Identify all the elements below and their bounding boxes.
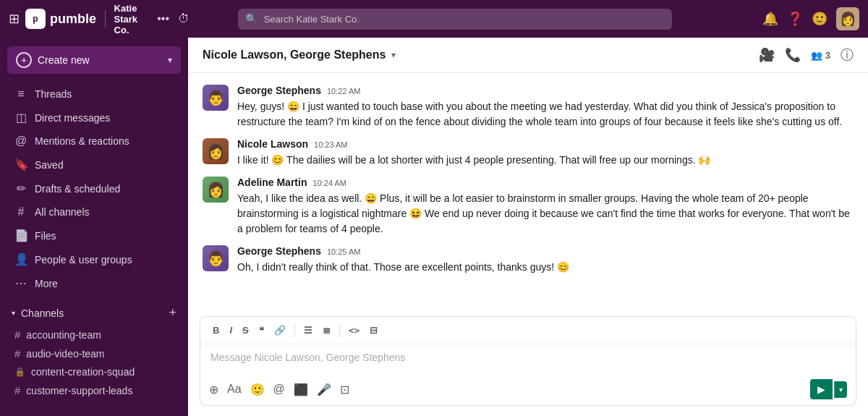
sidebar-item-files[interactable]: 📄 Files	[3, 224, 185, 247]
channel-item-audio-video-team[interactable]: # audio-video-team	[3, 344, 185, 362]
direct-messages-icon: ◫	[14, 111, 27, 124]
chat-title-chevron-icon[interactable]: ▾	[391, 50, 396, 60]
sidebar-item-people-label: People & user groups	[35, 254, 132, 266]
all-channels-icon: #	[14, 205, 27, 218]
sidebar-item-threads[interactable]: ≡ Threads	[3, 83, 185, 105]
message-time: 10:22 AM	[327, 87, 360, 95]
create-new-chevron-icon: ▾	[168, 55, 172, 65]
channel-item-customer-support-leads[interactable]: # customer-support-leads	[3, 381, 185, 399]
more-icon: ⋯	[14, 276, 27, 290]
add-icon[interactable]: ⊕	[209, 383, 218, 396]
drafts-icon: ✏	[14, 182, 27, 195]
sidebar-item-direct-messages[interactable]: ◫ Direct messages	[3, 106, 185, 129]
message-content: George Stephens 10:22 AM Hey, guys! 😄 I …	[237, 85, 854, 130]
members-button[interactable]: 👥 3	[811, 50, 830, 61]
channel-name: accounting-team	[26, 329, 101, 341]
emoji-icon[interactable]: 🙂	[812, 11, 827, 27]
sidebar-item-drafts[interactable]: ✏ Drafts & scheduled	[3, 177, 185, 200]
compose-bottom-left: ⊕ Aa 🙂 @ ⬛ 🎤 ⊡	[209, 383, 349, 396]
chat-area: Nicole Lawson, George Stephens ▾ 🎥 📞 👥 3…	[188, 38, 868, 416]
message-header: Nicole Lawson 10:23 AM	[237, 138, 854, 150]
quote-button[interactable]: ❝	[255, 323, 268, 338]
sidebar-item-more[interactable]: ⋯ More	[3, 272, 185, 294]
bullet-list-button[interactable]: ☰	[300, 323, 316, 338]
code-button[interactable]: <>	[345, 323, 364, 338]
message-content: Adeline Martin 10:24 AM Yeah, I like the…	[237, 177, 854, 237]
send-button[interactable]: ▶	[810, 379, 833, 399]
message-group: 👩 Nicole Lawson 10:23 AM I like it! 😊 Th…	[203, 138, 854, 168]
message-time: 10:25 AM	[327, 247, 360, 256]
history-icon[interactable]: ⏱	[178, 12, 190, 25]
files-icon: 📄	[14, 229, 27, 242]
threads-icon: ≡	[14, 88, 27, 101]
italic-button[interactable]: I	[226, 323, 236, 338]
add-channel-icon[interactable]: +	[169, 305, 176, 321]
compose-input[interactable]: Message Nicole Lawson, George Stephens	[200, 344, 856, 373]
channels-section-header[interactable]: ▾ Channels +	[0, 301, 188, 325]
channel-hash-icon: #	[14, 384, 20, 396]
workspace-name[interactable]: Katie Stark Co.	[114, 3, 152, 35]
compose-area: B I S ❝ 🔗 ☰ ≣ <> ⊟ Message Nicole Lawson…	[200, 316, 856, 406]
mention-icon[interactable]: @	[273, 383, 285, 396]
topbar-right: 🔔 ❓ 🙂 👩	[762, 7, 859, 30]
avatar: 👩	[203, 177, 229, 203]
messages-area: 👨 George Stephens 10:22 AM Hey, guys! 😄 …	[188, 73, 868, 309]
channel-lock-icon: 🔒	[14, 367, 25, 377]
create-new-icon: +	[16, 52, 32, 68]
code-block-button[interactable]: ⊟	[366, 323, 381, 338]
ordered-list-button[interactable]: ≣	[319, 323, 334, 338]
bell-icon[interactable]: 🔔	[762, 11, 778, 27]
members-icon: 👥	[811, 50, 822, 61]
message-author: Adeline Martin	[237, 177, 307, 188]
channel-item-content-creation-squad[interactable]: 🔒 content-creation-squad	[3, 363, 185, 381]
sidebar-item-people[interactable]: 👤 People & user groups	[3, 248, 185, 271]
channels-collapse-icon: ▾	[12, 309, 15, 317]
create-new-button[interactable]: + Create new ▾	[7, 46, 181, 74]
compose-placeholder: Message Nicole Lawson, George Stephens	[210, 352, 405, 363]
channel-item-accounting-team[interactable]: # accounting-team	[3, 326, 185, 344]
topbar-left: ⊞ p pumble Katie Stark Co. ••• ⏱	[9, 3, 190, 35]
voice-icon[interactable]: 🎤	[317, 383, 331, 396]
avatar: 👩	[203, 138, 229, 164]
bold-button[interactable]: B	[209, 323, 223, 338]
search-input[interactable]	[238, 9, 672, 30]
info-icon[interactable]: ⓘ	[841, 46, 854, 64]
link-button[interactable]: 🔗	[271, 323, 289, 338]
topbar: ⊞ p pumble Katie Stark Co. ••• ⏱ 🔍 🔔 ❓ 🙂…	[0, 0, 868, 38]
avatar: 👨	[203, 85, 229, 111]
grid-icon[interactable]: ⊞	[9, 11, 20, 27]
logo-text: pumble	[50, 12, 96, 27]
message-group: 👨 George Stephens 10:22 AM Hey, guys! 😄 …	[203, 85, 854, 130]
message-text: Yeah, I like the idea as well. 😄 Plus, i…	[237, 191, 854, 237]
help-icon[interactable]: ❓	[787, 11, 803, 27]
strikethrough-button[interactable]: S	[239, 323, 252, 338]
sidebar-item-saved[interactable]: 🔖 Saved	[3, 153, 185, 176]
workspace-more-button[interactable]: •••	[157, 12, 169, 25]
compose-bottom: ⊕ Aa 🙂 @ ⬛ 🎤 ⊡ ▶ ▾	[200, 373, 856, 405]
topbar-divider	[105, 10, 106, 27]
screen-share-icon[interactable]: ⊡	[340, 383, 349, 396]
chat-header-left: Nicole Lawson, George Stephens ▾	[203, 48, 396, 61]
video-icon[interactable]: 🎥	[759, 47, 775, 63]
avatar[interactable]: 👩	[836, 7, 859, 30]
people-icon: 👤	[14, 252, 27, 266]
main-layout: + Create new ▾ ≡ Threads ◫ Direct messag…	[0, 38, 868, 416]
message-time: 10:24 AM	[312, 179, 346, 187]
text-format-icon[interactable]: Aa	[227, 383, 242, 396]
sidebar-item-more-label: More	[35, 278, 58, 289]
chat-header-right: 🎥 📞 👥 3 ⓘ	[759, 46, 854, 64]
channels-section-label: Channels	[21, 307, 64, 319]
sidebar-item-mentions-reactions[interactable]: @ Mentions & reactions	[3, 130, 185, 152]
create-new-label: Create new	[38, 54, 90, 66]
sidebar-item-all-channels[interactable]: # All channels	[3, 201, 185, 223]
members-count: 3	[825, 50, 830, 61]
send-options-button[interactable]: ▾	[834, 381, 847, 398]
phone-icon[interactable]: 📞	[785, 47, 801, 63]
attachment-icon[interactable]: ⬛	[294, 383, 308, 396]
message-header: Adeline Martin 10:24 AM	[237, 177, 854, 188]
message-author: George Stephens	[237, 245, 321, 257]
sidebar-item-drafts-label: Drafts & scheduled	[35, 183, 120, 195]
emoji-picker-icon[interactable]: 🙂	[250, 383, 265, 396]
message-content: Nicole Lawson 10:23 AM I like it! 😊 The …	[237, 138, 854, 168]
channel-name: customer-support-leads	[26, 385, 132, 396]
